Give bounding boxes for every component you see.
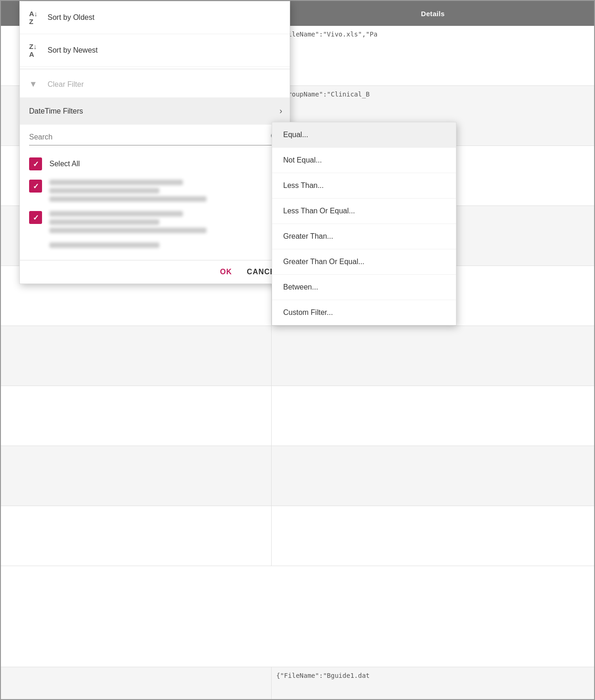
td-details-bottom: {"FileName":"Bguide1.dat	[272, 667, 594, 699]
blur-line	[49, 242, 159, 248]
checkbox-row-3	[29, 238, 280, 253]
td-details: {"FileName":"Vivo.xls","Pa	[272, 26, 594, 85]
sort-newest-item[interactable]: Z↓A Sort by Newest	[20, 34, 290, 67]
submenu-custom-filter[interactable]: Custom Filter...	[272, 300, 456, 325]
submenu-greater-than-or-equal[interactable]: Greater Than Or Equal...	[272, 249, 456, 275]
blur-line	[49, 211, 183, 217]
submenu-equal[interactable]: Equal...	[272, 122, 456, 148]
checkbox-1-check: ✓	[33, 182, 39, 191]
clear-filter-label: Clear Filter	[48, 80, 84, 89]
td-date	[1, 446, 272, 506]
td-date	[1, 386, 272, 446]
table-row	[1, 446, 594, 506]
table-row	[1, 386, 594, 446]
clear-filter-icon: ▼	[29, 79, 40, 89]
td-details	[272, 506, 594, 566]
checkbox-1[interactable]: ✓	[29, 180, 42, 193]
dropdown-menu: A↓Z Sort by Oldest Z↓A Sort by Newest ▼ …	[19, 1, 290, 284]
dialog-actions: OK CANCEL	[20, 260, 290, 284]
clear-filter-item[interactable]: ▼ Clear Filter	[20, 71, 290, 98]
th-details: Details	[272, 1, 594, 26]
submenu-less-than-or-equal[interactable]: Less Than Or Equal...	[272, 199, 456, 224]
blurred-content-2	[49, 211, 206, 233]
blur-line	[49, 188, 159, 193]
select-all-checkbox[interactable]: ✓	[29, 157, 42, 170]
ok-button[interactable]: OK	[220, 268, 232, 276]
sort-za-icon: Z↓A	[29, 42, 40, 58]
submenu-less-than[interactable]: Less Than...	[272, 173, 456, 199]
table-row	[1, 506, 594, 566]
checkbox-check-icon: ✓	[33, 160, 39, 169]
td-date	[1, 326, 272, 386]
search-input[interactable]	[29, 133, 270, 141]
blur-line	[49, 228, 206, 233]
submenu-not-equal[interactable]: Not Equal...	[272, 148, 456, 173]
blur-line	[49, 180, 183, 185]
submenu-between[interactable]: Between...	[272, 275, 456, 300]
datetime-submenu: Equal... Not Equal... Less Than... Less …	[272, 122, 456, 326]
select-all-row[interactable]: ✓ Select All ▦	[29, 153, 280, 175]
checkbox-2[interactable]: ✓	[29, 211, 42, 224]
sort-oldest-item[interactable]: A↓Z Sort by Oldest	[20, 1, 290, 34]
td-date-bottom	[1, 667, 272, 699]
sort-oldest-label: Sort by Oldest	[48, 13, 94, 22]
submenu-greater-than[interactable]: Greater Than...	[272, 224, 456, 249]
blurred-content-1	[49, 180, 206, 202]
table-row-bottom: {"FileName":"Bguide1.dat	[1, 667, 594, 699]
sort-newest-label: Sort by Newest	[48, 46, 97, 54]
table-row	[1, 326, 594, 386]
chevron-right-icon: ›	[279, 106, 282, 116]
checkbox-row-2[interactable]: ✓	[29, 206, 280, 238]
td-details	[272, 326, 594, 386]
search-area: 🔍	[20, 125, 290, 149]
datetime-filters-left: DateTime Filters	[29, 107, 83, 115]
datetime-filters-item[interactable]: DateTime Filters ›	[20, 98, 290, 125]
blurred-content-3	[49, 242, 206, 248]
td-details	[272, 446, 594, 506]
checkbox-row-1[interactable]: ✓	[29, 175, 280, 206]
blur-line	[49, 196, 206, 202]
datetime-filters-label: DateTime Filters	[29, 107, 83, 115]
col-details-label: Details	[421, 10, 444, 18]
menu-divider-1	[20, 69, 290, 69]
td-details	[272, 386, 594, 446]
blur-line	[49, 219, 159, 225]
sort-az-icon: A↓Z	[29, 10, 40, 25]
select-all-label: Select All	[49, 160, 80, 168]
search-input-wrapper: 🔍	[29, 132, 280, 145]
checkbox-list: ✓ Select All ▦ ✓ ✓	[20, 149, 290, 256]
checkbox-2-check: ✓	[33, 213, 39, 222]
td-date	[1, 506, 272, 566]
